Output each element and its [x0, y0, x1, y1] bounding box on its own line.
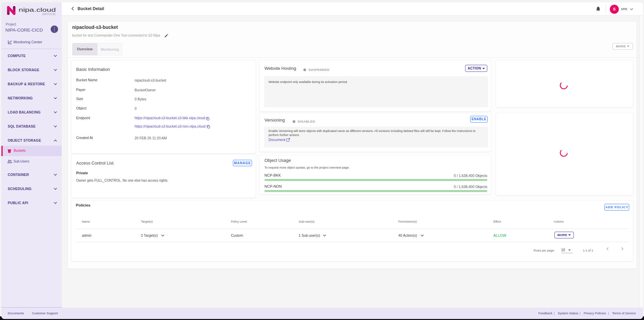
- svg-text:nipa.cloud: nipa.cloud: [18, 7, 56, 13]
- svg-text:SPACE: SPACE: [42, 12, 56, 16]
